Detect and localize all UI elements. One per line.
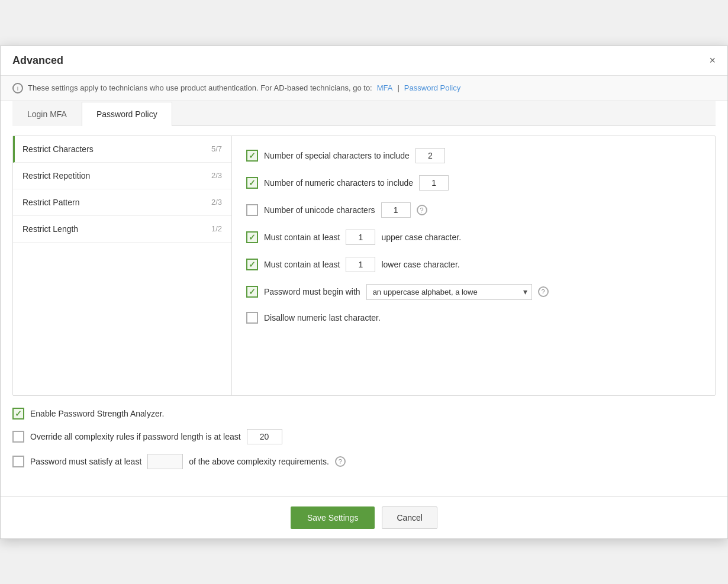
checkmark-icon: ✓ — [249, 178, 256, 188]
checkmark-icon: ✓ — [249, 151, 256, 160]
numeric-chars-input[interactable] — [419, 175, 449, 191]
begin-with-label: Password must begin with — [264, 287, 360, 296]
sidebar-item-badge: 1/2 — [211, 224, 222, 233]
info-icon: i — [12, 83, 23, 93]
mfa-link[interactable]: MFA — [377, 83, 393, 92]
modal-title: Advanced — [12, 54, 63, 67]
checkbox-upper-case[interactable]: ✓ — [246, 231, 258, 243]
disallow-numeric-label: Disallow numeric last character. — [264, 313, 381, 322]
lower-case-input[interactable] — [346, 257, 375, 272]
unicode-help-icon[interactable]: ? — [417, 205, 427, 215]
sidebar-item-restrict-length[interactable]: Restrict Length 1/2 — [13, 216, 231, 243]
unicode-chars-label: Number of unicode characters — [264, 205, 375, 215]
enable-analyzer-label: Enable Password Strength Analyzer. — [30, 409, 164, 418]
info-bar: i These settings apply to technicians wh… — [1, 76, 727, 101]
begin-with-select-wrapper: an uppercase alphabet, a lowe an upperca… — [366, 284, 532, 300]
checkmark-icon: ✓ — [249, 287, 256, 296]
special-chars-label: Number of special characters to include — [264, 151, 410, 160]
checkbox-special-chars[interactable]: ✓ — [246, 150, 258, 162]
special-chars-input[interactable] — [415, 148, 445, 163]
satisfy-label-prefix: Password must satisfy at least — [30, 457, 141, 466]
satisfy-row: Password must satisfy at least of the ab… — [12, 454, 716, 469]
cancel-button[interactable]: Cancel — [382, 506, 437, 529]
numeric-chars-label: Number of numeric characters to include — [264, 178, 413, 188]
sidebar-item-label: Restrict Repetition — [22, 171, 90, 180]
setting-upper-case: ✓ Must contain at least upper case chara… — [246, 230, 701, 245]
bottom-section: ✓ Enable Password Strength Analyzer. Ove… — [12, 396, 716, 485]
checkmark-icon: ✓ — [15, 409, 22, 418]
setting-unicode-chars: Number of unicode characters ? — [246, 202, 701, 218]
content-area: Restrict Characters 5/7 Restrict Repetit… — [12, 135, 716, 396]
lower-case-label-suffix: lower case character. — [381, 260, 459, 269]
setting-numeric-chars: ✓ Number of numeric characters to includ… — [246, 175, 701, 191]
begin-with-select[interactable]: an uppercase alphabet, a lowe an upperca… — [366, 284, 532, 300]
sidebar-item-badge: 2/3 — [211, 171, 222, 180]
modal-body: Login MFA Password Policy Restrict Chara… — [1, 101, 727, 496]
satisfy-label-suffix: of the above complexity requirements. — [189, 457, 329, 466]
begin-with-help-icon[interactable]: ? — [538, 286, 549, 297]
tab-password-policy[interactable]: Password Policy — [82, 102, 172, 126]
setting-lower-case: ✓ Must contain at least lower case chara… — [246, 257, 701, 272]
advanced-modal: Advanced × i These settings apply to tec… — [0, 46, 728, 539]
checkmark-icon: ✓ — [249, 233, 256, 242]
checkbox-override[interactable] — [12, 431, 24, 443]
checkbox-enable-analyzer[interactable]: ✓ — [12, 408, 24, 420]
enable-analyzer-row: ✓ Enable Password Strength Analyzer. — [12, 408, 716, 420]
checkbox-numeric-chars[interactable]: ✓ — [246, 177, 258, 189]
setting-special-chars: ✓ Number of special characters to includ… — [246, 148, 701, 163]
settings-panel: ✓ Number of special characters to includ… — [232, 136, 715, 395]
tabs-bar: Login MFA Password Policy — [12, 101, 716, 126]
password-policy-link[interactable]: Password Policy — [404, 83, 460, 92]
sidebar-item-restrict-characters[interactable]: Restrict Characters 5/7 — [13, 136, 231, 163]
upper-case-input[interactable] — [346, 230, 375, 245]
satisfy-help-icon[interactable]: ? — [335, 456, 346, 467]
upper-case-label-suffix: upper case character. — [381, 233, 461, 242]
upper-case-label-prefix: Must contain at least — [264, 233, 340, 242]
save-settings-button[interactable]: Save Settings — [291, 506, 375, 529]
sidebar-item-restrict-pattern[interactable]: Restrict Pattern 2/3 — [13, 189, 231, 216]
sidebar-item-label: Restrict Length — [22, 224, 78, 234]
modal-header: Advanced × — [1, 46, 727, 76]
override-input[interactable] — [247, 429, 282, 444]
checkbox-unicode-chars[interactable] — [246, 204, 258, 216]
unicode-chars-input[interactable] — [381, 202, 411, 218]
tab-login-mfa[interactable]: Login MFA — [12, 102, 82, 126]
sidebar-item-badge: 2/3 — [211, 198, 222, 207]
sidebar-item-badge: 5/7 — [211, 144, 222, 153]
info-text: These settings apply to technicians who … — [28, 83, 372, 92]
sidebar-item-restrict-repetition[interactable]: Restrict Repetition 2/3 — [13, 163, 231, 189]
satisfy-input[interactable] — [147, 454, 183, 469]
checkbox-lower-case[interactable]: ✓ — [246, 259, 258, 270]
setting-begin-with: ✓ Password must begin with an uppercase … — [246, 284, 701, 300]
override-row: Override all complexity rules if passwor… — [12, 429, 716, 444]
checkbox-disallow-numeric[interactable] — [246, 312, 258, 324]
sidebar-item-label: Restrict Characters — [22, 144, 94, 154]
lower-case-label-prefix: Must contain at least — [264, 260, 340, 269]
modal-footer: Save Settings Cancel — [1, 496, 727, 538]
checkbox-satisfy[interactable] — [12, 456, 24, 467]
sidebar: Restrict Characters 5/7 Restrict Repetit… — [13, 136, 232, 395]
info-separator: | — [397, 83, 399, 92]
sidebar-item-label: Restrict Pattern — [22, 198, 79, 207]
close-button[interactable]: × — [709, 55, 716, 66]
checkmark-icon: ✓ — [249, 260, 256, 269]
setting-disallow-numeric: Disallow numeric last character. — [246, 312, 701, 324]
override-label-prefix: Override all complexity rules if passwor… — [30, 432, 241, 441]
checkbox-begin-with[interactable]: ✓ — [246, 286, 258, 298]
